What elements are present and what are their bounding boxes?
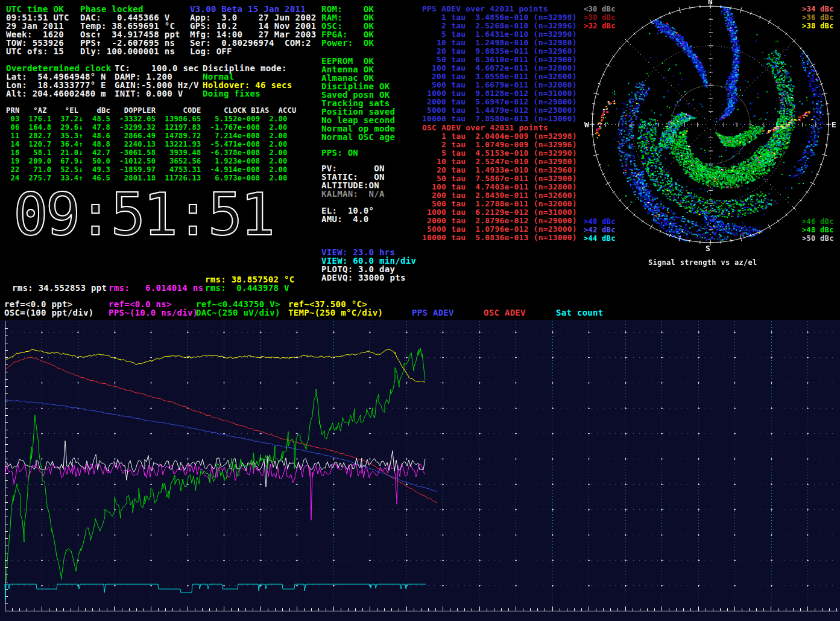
dac-ref-label: ref~<0.443750 V>: [196, 300, 280, 308]
text-line: 5000 tau 1.0796e-012 (n=23000): [422, 225, 577, 234]
text-line: 500 tau 1.6679e-011 (n=32000): [422, 81, 577, 89]
osc-adev-table: OSC ADEV over 42031 points 1 tau 2.0404e…: [422, 124, 577, 242]
az-el-signal-map: [578, 0, 840, 272]
text-line: 2000 tau 2.8796e-012 (n=29000): [422, 217, 577, 225]
text-line: Position saved: [321, 107, 395, 116]
text-line: ALTITUDE:ON: [321, 181, 385, 189]
osc-adev-legend: OSC ADEV: [484, 308, 526, 317]
text-line: Mfg: 14:00 27 Mar 2003: [190, 30, 317, 39]
text-line: 11 282.7 35.3↑ 48.6 2866.49 14789.72 7.2…: [6, 132, 288, 140]
loop-params-block: TC: 100.0 secDAMP: 1.200GAIN:-5.000 Hz/V…: [115, 64, 199, 98]
text-line: 22 71.0 52.5↓ 49.3 -1859.97 4753.31 -4.9…: [6, 165, 288, 174]
temp-rms-readout: rms: 38.857502 °C: [205, 275, 294, 284]
oscillator-status-block: Phase lockedDAC: 0.445366 VTemp: 38.6596…: [80, 5, 180, 56]
text-line: 1 tau 3.4856e-010 (n=32998): [422, 13, 577, 22]
text-line: Dly: 100.000001 ns: [80, 47, 180, 56]
text-line: 2 tau 1.0749e-009 (n=32996): [422, 141, 577, 149]
text-line: 2 tau 2.5268e-010 (n=32996): [422, 22, 577, 30]
version-block: V3.00 Beta 15 Jan 2011App: 3.0 27 Jun 20…: [190, 5, 317, 56]
text-line: 09:51:51 UTC: [6, 13, 69, 22]
text-line: Alt: 204.46002480 m: [6, 89, 112, 98]
osc-rms-readout: rms: 34.552853 ppt: [12, 284, 107, 292]
text-line: 1 tau 2.0404e-009 (n=32998): [422, 132, 577, 141]
text-line: KALMAN: N/A: [321, 189, 385, 198]
text-line: PPS↑ -2.607695 ns: [80, 39, 180, 47]
pps-adev-legend: PPS ADEV: [412, 308, 454, 317]
text-line: INIT: 0.000 V: [115, 89, 199, 98]
text-line: 5 tau 1.6431e-010 (n=32990): [422, 30, 577, 39]
text-line: Week: 1620: [6, 30, 69, 39]
text-line: 19 209.0 67.9↓ 50.0 -1012.50 3652.56 1.9…: [6, 157, 288, 165]
text-line: EEPROM OK: [321, 57, 395, 65]
text-line: Tracking sats: [321, 99, 395, 107]
dac-scale-label: DAC~(250 uV/div): [196, 308, 280, 317]
view-settings-block: VIEW: 23.0 hrsVIEW: 60.0 min/divPLOTQ: 3…: [321, 248, 416, 282]
text-line: 100 tau 4.6072e-011 (n=32800): [422, 64, 577, 72]
text-line: Antenna OK: [321, 65, 395, 74]
text-line: 10 tau 2.5247e-010 (n=32980): [422, 158, 577, 166]
text-line: 14 120.7 36.4↑ 48.8 2240.13 13221.93 -5.…: [6, 140, 288, 148]
temp-ref-label: ref~<37.500 °C>: [288, 300, 367, 308]
text-line: 2000 tau 5.6947e-012 (n=29000): [422, 98, 577, 106]
text-line: 10000 tau 7.8580e-013 (n=13000): [422, 115, 577, 123]
strip-chart-plot: [0, 320, 840, 621]
text-line: 200 tau 3.0558e-011 (n=32600): [422, 72, 577, 81]
pps-on-status: PPS: ON: [321, 148, 358, 157]
text-line: AMU: 4.0: [321, 215, 374, 223]
text-line: TC: 100.0 sec: [115, 64, 199, 72]
text-line: OSC: OK: [321, 22, 374, 30]
text-line: V3.00 Beta 15 Jan 2011: [190, 5, 317, 13]
text-line: ROM: OK: [321, 5, 374, 13]
text-line: Almanac OK: [321, 74, 395, 82]
text-line: Log: OFF: [190, 47, 317, 56]
text-line: STATIC: ON: [321, 173, 385, 181]
text-line: Phase locked: [80, 5, 180, 13]
sat-table-rows: 03 176.1 37.2↓ 48.5 -3332.05 13986.65 5.…: [6, 115, 288, 182]
text-line: 1000 tau 6.2129e-012 (n=31000): [422, 208, 577, 217]
text-line: 100 tau 4.7403e-011 (n=32800): [422, 183, 577, 191]
discipline-mode-block: Discipline mode:NormalHoldover: 46 secsD…: [203, 64, 292, 98]
sat-count-legend: Sat count: [556, 308, 604, 317]
dac-rms-readout: rms: 0.443978 V: [205, 284, 289, 292]
temp-scale-label: TEMP~(250 m°C/div): [288, 308, 383, 317]
text-line: Osc↑ 34.917458 ppt: [80, 30, 180, 39]
text-line: 18 58.1 21.0↓ 42.7 -3061.58 3939.48 -6.3…: [6, 148, 288, 157]
hardware-status-block: ROM: OKRAM: OKOSC: OKFPGA: OKPower: OK: [321, 5, 374, 47]
text-line: VIEW: 23.0 hrs: [321, 248, 416, 256]
text-line: FPGA: OK: [321, 30, 374, 39]
text-line: DAC: 0.445366 V: [80, 13, 180, 22]
pps-scale-label: PPS~(10.0 ns/div): [109, 308, 198, 317]
mask-settings-block: EL: 10.0°AMU: 4.0: [321, 206, 374, 223]
text-line: Temp: 38.659691 °C: [80, 22, 180, 30]
text-line: 50 tau 6.3610e-011 (n=32900): [422, 56, 577, 64]
text-line: Lat: 54.4964948° N: [6, 72, 112, 81]
text-line: UTC ofs: 15: [6, 47, 69, 56]
text-line: Lon: 18.4333777° E: [6, 81, 112, 89]
text-line: Discipline mode:: [203, 64, 292, 72]
polar-plot-caption: Signal strength vs az/el: [648, 258, 757, 267]
text-line: 5 tau 4.5153e-010 (n=32990): [422, 149, 577, 158]
text-line: EL: 10.0°: [321, 206, 374, 215]
text-line: GAIN:-5.000 Hz/V: [115, 81, 199, 89]
pps-adev-table: PPS ADEV over 42031 points 1 tau 3.4856e…: [422, 5, 577, 123]
text-line: 20 tau 1.4933e-010 (n=32960): [422, 166, 577, 174]
fix-flags-block: PV: ONSTATIC: ONALTITUDE:ONKALMAN: N/A: [321, 164, 385, 198]
text-line: PV: ON: [321, 164, 385, 173]
text-line: Doing fixes: [203, 89, 292, 98]
text-line: TOW: 553926: [6, 39, 69, 47]
text-line: OSC ADEV over 42031 points: [422, 124, 577, 132]
text-line: 10000 tau 5.0836e-013 (n=13000): [422, 234, 577, 242]
text-line: 200 tau 2.8430e-011 (n=32600): [422, 191, 577, 200]
text-line: No leap second: [321, 116, 395, 124]
text-line: RAM: OK: [321, 13, 374, 22]
text-line: 10 tau 1.2498e-010 (n=32980): [422, 39, 577, 47]
text-line: Saved posn OK: [321, 91, 395, 99]
text-line: GPS: 10.2 14 Nov 2001: [190, 22, 317, 30]
receiver-status-list: EEPROM OKAntenna OKAlmanac OKDiscipline …: [321, 57, 395, 141]
text-line: Overdetermined clock: [6, 64, 112, 72]
text-line: VIEW: 60.0 min/div: [321, 256, 416, 265]
pps-ref-label: ref=<0.0 ns>: [109, 300, 172, 308]
digital-clock: 09:51:51: [13, 186, 273, 244]
text-line: PPS ADEV over 42031 points: [422, 5, 577, 13]
osc-scale-label: OSC=(100 ppt/div): [4, 308, 93, 317]
